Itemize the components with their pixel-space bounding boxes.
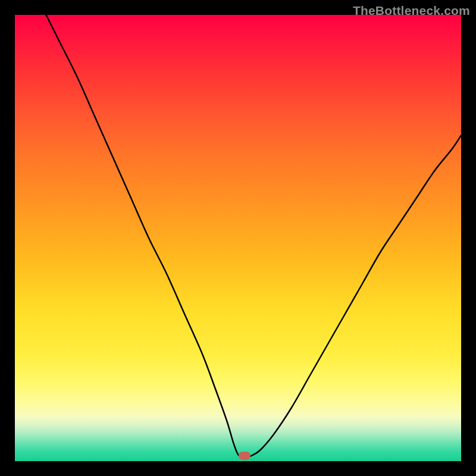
optimal-point-marker [239, 452, 250, 460]
plot-area [15, 15, 461, 461]
bottleneck-chart: TheBottleneck.com [0, 0, 476, 476]
bottleneck-curve [46, 15, 462, 457]
curve-svg [15, 15, 461, 461]
